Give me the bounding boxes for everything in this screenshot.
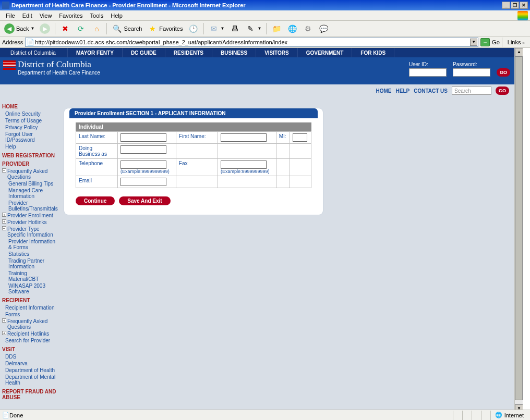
sb-recipient-info[interactable]: Recipient Information <box>2 304 58 311</box>
collapse-icon[interactable]: − <box>2 168 6 172</box>
topnav-mayor[interactable]: MAYOR FENTY <box>68 48 123 57</box>
collapse-icon[interactable]: − <box>2 226 6 230</box>
folder-button[interactable]: 📁 <box>269 22 284 35</box>
sb-provider-enrollment[interactable]: + Provider Enrollment <box>2 212 58 219</box>
expand-icon[interactable]: + <box>2 318 6 323</box>
topnav-visitors[interactable]: VISITORS <box>256 48 298 57</box>
first-name-input[interactable] <box>221 133 267 142</box>
subnav-help[interactable]: HELP <box>396 88 410 94</box>
tool-button-1[interactable]: ⚙ <box>300 22 315 35</box>
save-exit-button[interactable]: Save And Exit <box>119 196 170 205</box>
topnav-residents[interactable]: RESIDENTS <box>165 48 212 57</box>
sb-dmh[interactable]: Department of Mental Health <box>2 374 58 386</box>
sb-billing-tips[interactable]: General Billing Tips <box>2 180 58 187</box>
sb-delmarva[interactable]: Delmarva <box>2 360 58 367</box>
menu-help[interactable]: Help <box>107 11 126 20</box>
sb-statistics[interactable]: Statistics <box>2 251 58 257</box>
sb-recipient-heading[interactable]: RECIPIENT <box>2 298 58 303</box>
password-input[interactable] <box>453 68 490 77</box>
telephone-input[interactable] <box>121 160 166 169</box>
mi-input[interactable] <box>293 133 307 142</box>
address-dropdown[interactable]: ▼ <box>470 39 477 46</box>
home-button[interactable]: ⌂ <box>89 22 104 35</box>
refresh-button[interactable]: ⟳ <box>74 22 88 35</box>
stop-button[interactable]: ✖ <box>58 22 73 35</box>
minimize-button[interactable]: _ <box>502 2 510 9</box>
sb-webreg-heading[interactable]: WEB REGISTRATION <box>2 153 58 158</box>
vertical-scrollbar[interactable]: ▲ ▼ <box>514 48 523 413</box>
mail-button[interactable]: ✉▼ <box>207 22 227 35</box>
sb-terms[interactable]: Terms of Usage <box>2 117 58 124</box>
sb-recipient-faq[interactable]: + Frequently Asked Questions <box>2 318 58 330</box>
topnav-forkids[interactable]: FOR KIDS <box>352 48 394 57</box>
expand-icon[interactable]: + <box>2 331 6 335</box>
sb-forgot[interactable]: Forgot User ID/Password <box>2 131 58 143</box>
favorites-button[interactable]: ★ Favorites <box>145 22 185 35</box>
subnav-contact[interactable]: CONTACT US <box>414 88 448 94</box>
sb-training[interactable]: Training Material/CBT <box>2 270 58 282</box>
scroll-thumb[interactable] <box>515 56 523 400</box>
site-search-input[interactable] <box>452 87 491 95</box>
sb-home-heading[interactable]: HOME <box>2 104 58 109</box>
sb-doh[interactable]: Department of Health <box>2 367 58 374</box>
edit-button[interactable]: ✎▼ <box>243 22 263 35</box>
menu-view[interactable]: View <box>36 11 56 20</box>
sb-dds[interactable]: DDS <box>2 353 58 360</box>
topnav-dc[interactable]: District of Columbia <box>0 48 68 57</box>
sb-managed-care[interactable]: Managed Care Information <box>2 187 58 200</box>
back-dropdown-icon[interactable]: ▼ <box>30 26 34 31</box>
back-label: Back <box>16 26 29 32</box>
subnav-home[interactable]: HOME <box>376 88 392 94</box>
userid-input[interactable] <box>409 68 447 77</box>
tool-button-2[interactable]: 💬 <box>316 22 331 35</box>
topnav-government[interactable]: GOVERNMENT <box>298 48 353 57</box>
continue-button[interactable]: Continue <box>76 196 115 205</box>
menu-tools[interactable]: Tools <box>87 11 107 20</box>
sb-bulletins[interactable]: Provider Bulletins/Transmittals <box>2 200 58 212</box>
topnav-business[interactable]: BUSINESS <box>212 48 256 57</box>
expand-icon[interactable]: + <box>2 213 6 217</box>
restore-button[interactable]: ❐ <box>511 2 519 9</box>
site-banner: District of Columbia Department of Healt… <box>0 57 514 84</box>
sb-provider-hotlinks[interactable]: + Provider Hotlinks <box>2 219 58 226</box>
sb-online-security[interactable]: Online Security <box>2 110 58 117</box>
expand-icon[interactable]: + <box>2 219 6 224</box>
last-name-input[interactable] <box>121 133 166 142</box>
sb-winasap[interactable]: WINASAP 2003 Software <box>2 282 58 295</box>
sb-privacy[interactable]: Privacy Policy <box>2 124 58 131</box>
login-go-button[interactable]: GO <box>497 68 510 77</box>
print-button[interactable]: 🖶 <box>227 22 242 35</box>
globe-button[interactable]: 🌐 <box>285 22 299 35</box>
history-icon: 🕒 <box>188 23 199 34</box>
sb-trading[interactable]: Trading Partner Information <box>2 257 58 270</box>
history-button[interactable]: 🕒 <box>186 22 201 35</box>
close-button[interactable]: ✕ <box>520 2 528 9</box>
site-search-go[interactable]: GO <box>496 87 509 95</box>
links-button[interactable]: Links » <box>504 39 528 45</box>
sb-report-heading[interactable]: REPORT FRAUD AND ABUSE <box>2 389 58 400</box>
dba-input[interactable] <box>121 145 166 154</box>
sb-provider-info[interactable]: Provider Information & Forms <box>2 238 58 251</box>
sb-provider-faq[interactable]: − Frequently Asked Questions <box>2 168 58 180</box>
back-icon: ◄ <box>4 23 15 34</box>
topnav-dcguide[interactable]: DC GUIDE <box>123 48 165 57</box>
menu-file[interactable]: File <box>2 11 19 20</box>
sb-search-provider[interactable]: Search for Provider <box>2 337 58 344</box>
go-button[interactable]: → <box>480 38 490 46</box>
sb-recipient-forms[interactable]: Forms <box>2 311 58 318</box>
menu-favorites[interactable]: Favorites <box>55 11 86 20</box>
address-input[interactable] <box>25 38 478 47</box>
scroll-up-button[interactable]: ▲ <box>515 48 523 56</box>
email-input[interactable] <box>121 178 166 186</box>
back-button[interactable]: ◄ Back ▼ <box>2 22 37 35</box>
fax-input[interactable] <box>221 160 267 169</box>
search-button[interactable]: 🔍 Search <box>110 22 144 35</box>
menu-bar: File Edit View Favorites Tools Help <box>0 10 530 21</box>
sb-provider-type[interactable]: − Provider Type Specific Information <box>2 226 58 238</box>
sb-provider-heading[interactable]: PROVIDER <box>2 161 58 167</box>
menu-edit[interactable]: Edit <box>19 11 36 20</box>
sb-visit-heading[interactable]: VISIT <box>2 347 58 352</box>
sb-help[interactable]: Help <box>2 143 58 150</box>
sb-recipient-hotlinks[interactable]: + Recipient Hotlinks <box>2 330 58 337</box>
forward-button[interactable]: ► <box>38 22 52 35</box>
